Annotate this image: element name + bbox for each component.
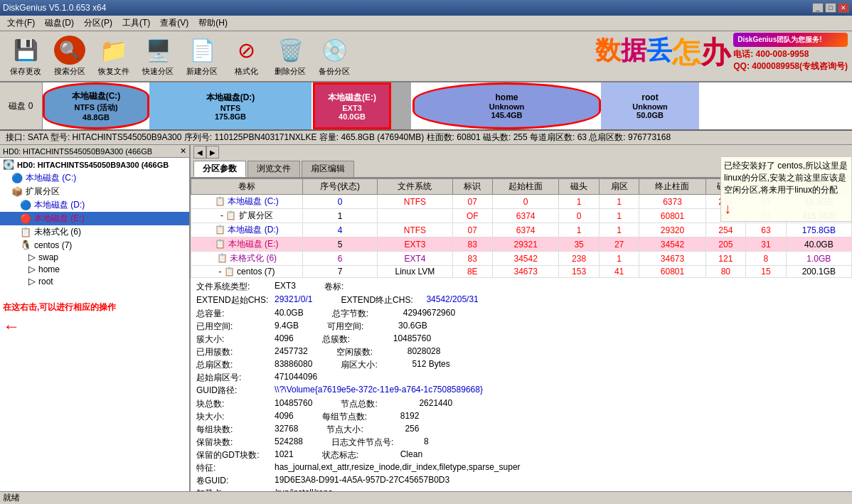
menu-help[interactable]: 帮助(H) <box>194 16 232 31</box>
detail-value-cluster: 4096 <box>275 333 294 345</box>
cell-end-sec: 63 <box>746 223 787 237</box>
nav-forward-button[interactable]: ▶ <box>206 146 219 159</box>
disk-part-d[interactable]: 本地磁盘(D:) NTFS 175.8GB <box>149 82 313 129</box>
tab-browse-files[interactable]: 浏览文件 <box>247 161 300 177</box>
cell-id: 8E <box>452 266 493 278</box>
detail-label-sector-size: 扇区大小: <box>341 359 412 371</box>
lbl-vol-guid: 卷GUID: <box>196 475 275 487</box>
tree-item-unformatted[interactable]: 📋 未格式化 (6) <box>0 225 189 239</box>
tree-item-centos[interactable]: 🐧 centos (7) <box>0 239 189 251</box>
lbl-reserved-blocks: 保留块数: <box>196 436 275 449</box>
tree-item-c[interactable]: 🔵 本地磁盘 (C:) <box>0 171 189 185</box>
minimize-button[interactable]: _ <box>812 3 824 13</box>
cell-start-cyl: 34542 <box>493 252 559 266</box>
detail-value-used: 9.4GB <box>275 321 299 333</box>
cell-start-head: 1 <box>559 195 600 209</box>
search-partition-button[interactable]: 🔍 搜索分区 <box>48 33 91 79</box>
menu-view[interactable]: 查看(V) <box>156 16 193 31</box>
detail-value-total-bytes: 42949672960 <box>403 308 455 320</box>
ad-chars: 数 据 丢 怎 办 <box>595 38 730 68</box>
lbl-features: 特征: <box>196 462 275 474</box>
menu-tools[interactable]: 工具(T) <box>118 16 154 31</box>
tree-item-d[interactable]: 🔵 本地磁盘 (D:) <box>0 198 189 212</box>
lbl-block-size: 块大小: <box>196 411 275 423</box>
tree-item-e[interactable]: 🔴 本地磁盘 (E:) <box>0 212 189 225</box>
detail-value-start-sec-no: 471044096 <box>275 372 317 384</box>
cell-end-cyl: 29320 <box>639 223 705 237</box>
tree-item-hd0[interactable]: 💽 HD0: HITACHINTS545050B9A300 (466GB <box>0 158 189 171</box>
tree-item-root[interactable]: ▷ root <box>0 275 189 287</box>
tree-close-button[interactable]: ✕ <box>180 146 186 156</box>
tree-item-swap[interactable]: ▷ swap <box>0 251 189 263</box>
detail-field-row-guid: GUID路径: \\?\Volume{a7619e5e-372c-11e9-a7… <box>196 385 846 397</box>
table-row[interactable]: 📋 未格式化 (6) 6 EXT4 83 34542 238 1 34673 1… <box>191 252 852 266</box>
backup-partition-button[interactable]: 💿 备份分区 <box>313 33 356 79</box>
detail-value-free: 30.6GB <box>398 321 427 333</box>
cell-volname: 📋 本地磁盘 (D:) <box>191 223 303 237</box>
nav-back-button[interactable]: ◀ <box>193 146 206 159</box>
detail-field-row-3: 已用簇数:2457732 空闲簇数:8028028 <box>196 346 846 358</box>
disk-info-bar: 接口: SATA 型号: HITACHINTS545050B9A300 序列号:… <box>0 131 852 145</box>
part-c-size: 48.8GB <box>82 113 110 122</box>
part-e-fs: EXT3 <box>342 104 362 112</box>
menu-disk[interactable]: 磁盘(D) <box>41 16 78 31</box>
lbl-group-blocks: 每组块数: <box>196 424 275 436</box>
disk-part-home[interactable]: home Unknown 145.4GB <box>412 82 601 129</box>
quick-partition-button[interactable]: 🖥️ 快速分区 <box>137 33 179 79</box>
block-info-row-2: 每组块数:32768 节点大小:256 <box>196 424 846 436</box>
delete-partition-button[interactable]: 🗑️ 删除分区 <box>269 33 311 79</box>
delete-icon: 🗑️ <box>275 36 305 65</box>
cell-start-cyl: 29321 <box>493 237 559 252</box>
menu-partition[interactable]: 分区(P) <box>80 16 117 31</box>
val-group-nodes: 8192 <box>400 411 420 423</box>
extend-start-value: 29321/0/1 <box>275 294 312 306</box>
cell-fs: Linux LVM <box>378 266 452 278</box>
partition-d-icon: 🔵 <box>20 200 31 210</box>
table-row[interactable]: 📋 本地磁盘 (E:) 5 EXT3 83 29321 35 27 34542 … <box>191 237 852 252</box>
tab-partition-params[interactable]: 分区参数 <box>193 161 246 177</box>
tree-item-home[interactable]: ▷ home <box>0 263 189 275</box>
save-button[interactable]: 💾 保存更改 <box>4 33 47 79</box>
format-button[interactable]: ⊘ 格式化 <box>225 33 267 79</box>
table-row[interactable]: - 📋 centos (7) 7 Linux LVM 8E 34673 153 … <box>191 266 852 278</box>
part-d-name: 本地磁盘(D:) <box>206 92 255 104</box>
part-home-fs: Unknown <box>489 102 525 111</box>
disk-banner: 磁盘 0 本地磁盘(C:) NTFS (活动) 48.8GB 本地磁盘(D:) … <box>0 82 852 131</box>
status-bar: 就绪 <box>0 491 852 504</box>
partition-e-icon: 🔴 <box>20 213 31 224</box>
tab-sector-edit[interactable]: 扇区编辑 <box>302 161 354 177</box>
cell-volname: - 📋 centos (7) <box>191 266 303 278</box>
col-id: 标识 <box>452 179 493 195</box>
menu-file[interactable]: 文件(F) <box>3 16 39 31</box>
centos-icon: 🐧 <box>20 240 31 250</box>
val-block-size: 4096 <box>275 411 294 423</box>
block-info-row-6: 卷GUID: 19D6E3A8-D991-4A5A-957D-27C45657B… <box>196 475 846 487</box>
extend-end-group: EXTEND终止CHS: 34542/205/31 <box>341 294 478 306</box>
close-button[interactable]: ✕ <box>838 3 849 13</box>
cell-fs: NTFS <box>378 195 452 209</box>
tree-centos-label: centos (7) <box>34 240 72 250</box>
cell-fs: NTFS <box>378 223 452 237</box>
format-label: 格式化 <box>235 66 258 77</box>
root-icon: ▷ <box>28 276 36 286</box>
col-start-cyl: 起始柱面 <box>493 179 559 195</box>
new-partition-button[interactable]: 📄 新建分区 <box>181 33 223 79</box>
disk-part-e[interactable]: 本地磁盘(E:) EXT3 40.0GB <box>313 82 391 129</box>
block-info-row-5: 特征: has_journal,ext_attr,resize_inode,di… <box>196 462 846 474</box>
disk-part-root[interactable]: root Unknown 50.0GB <box>601 82 701 129</box>
tree-item-extended[interactable]: 📦 扩展分区 <box>0 185 189 198</box>
detail-field-row-1: 已用空间:9.4GB 可用空间:30.6GB <box>196 321 846 333</box>
cell-fs: EXT3 <box>378 237 452 252</box>
cell-start-head: 238 <box>559 252 600 266</box>
restore-file-button[interactable]: 📁 恢复文件 <box>92 33 135 79</box>
fs-type-label: 文件系统类型: <box>196 281 275 293</box>
disk-part-c[interactable]: 本地磁盘(C:) NTFS (活动) 48.8GB <box>43 82 149 129</box>
part-c-name: 本地磁盘(C:) <box>72 90 121 102</box>
table-row[interactable]: 📋 本地磁盘 (D:) 4 NTFS 07 6374 1 1 29320 254… <box>191 223 852 237</box>
cell-start-sec: 27 <box>599 237 639 252</box>
title-bar: DiskGenius V5.1.0.653 x64 _ □ ✕ <box>0 0 852 16</box>
cell-end-cyl: 6373 <box>639 195 705 209</box>
maximize-button[interactable]: □ <box>825 3 836 13</box>
ad-char-3: 丢 <box>646 38 672 68</box>
fs-type-value: EXT3 <box>275 281 296 293</box>
